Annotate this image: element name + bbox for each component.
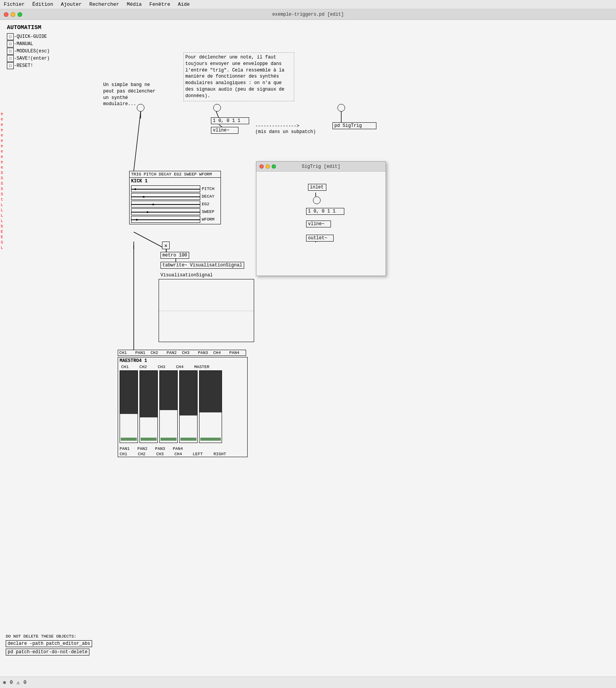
bang-1[interactable]	[137, 104, 144, 112]
menu-edition[interactable]: Édition	[32, 2, 53, 7]
sweep-row: SWEEP	[131, 208, 219, 215]
pan3-label: PAN3	[155, 446, 165, 451]
status-error-count: 0	[10, 680, 13, 685]
pd-sigtrig-box[interactable]: pd SigTrig	[332, 122, 376, 129]
ch3-label: CH3	[158, 365, 165, 369]
subpatch-bang[interactable]	[313, 196, 321, 204]
wform-label: WFORM	[202, 217, 219, 222]
left-label: LEFT	[193, 452, 203, 456]
bang-3[interactable]	[337, 104, 345, 112]
menu-fenetre[interactable]: Fenêtre	[149, 2, 170, 7]
toggle-modules[interactable]: □	[7, 48, 14, 55]
ch1-label: CH1	[121, 365, 129, 369]
metro-toggle[interactable]: ✕	[162, 242, 170, 249]
pan2-label: PAN2	[137, 446, 147, 451]
metro-box[interactable]: metro 100	[160, 252, 189, 259]
sweep-label: SWEEP	[202, 209, 219, 214]
save-label: <--SAVE!(enter)	[8, 56, 50, 61]
toggle-manual[interactable]: □	[7, 41, 14, 47]
eg2-label: EG2	[202, 202, 219, 206]
maximize-button[interactable]	[18, 12, 22, 17]
statusbar: ⊗ 0 ⚠ 0	[0, 677, 616, 688]
ch-bottom-labels: CH1 CH2 CH3 CH4 LEFT RIGHT	[118, 451, 247, 457]
svg-line-5	[134, 112, 141, 171]
sequencer-header: TRIG PITCH DECAY EG2 SWEEP WFORM	[130, 171, 220, 178]
pitch-row: PITCH	[131, 185, 219, 192]
close-button[interactable]	[4, 12, 8, 17]
ch1-bottom: CH1	[120, 452, 127, 456]
bang-2[interactable]	[213, 104, 221, 112]
ch2-label: CH2	[139, 365, 147, 369]
ch4-label: CH4	[176, 365, 183, 369]
left-indicators: e e e e e e e e e e e S S S S S t L L L …	[1, 112, 3, 251]
menu-fichier[interactable]: Fichier	[4, 2, 25, 7]
ch3-fader[interactable]	[159, 370, 178, 443]
ch4-fader[interactable]	[179, 370, 198, 443]
window-controls	[4, 12, 22, 17]
mixer-header-pan4: PAN4	[229, 350, 245, 355]
kick-label: KICK 1	[130, 178, 220, 185]
connections-layer	[0, 20, 616, 677]
subpatch-comment: (mis dans un subpatch)	[255, 129, 316, 135]
pitch-label: PITCH	[202, 187, 219, 191]
status-warning-count: 0	[23, 680, 26, 685]
quick-guide-label: <--QUICK-GUIDE	[8, 34, 47, 39]
vis-display	[159, 279, 254, 342]
inlet-box[interactable]: inlet	[308, 184, 326, 191]
toggle-reset[interactable]: □	[7, 62, 14, 69]
save-row: □ <--SAVE!(enter)	[7, 56, 50, 61]
vline-obj[interactable]: vline~	[211, 127, 238, 134]
subpatch-titlebar: SigTrig [edit]	[256, 162, 386, 172]
modules-row: □ <--MODULES(esc)	[7, 49, 50, 54]
subpatch-max-btn[interactable]	[272, 164, 276, 169]
ch1-fader[interactable]	[120, 370, 138, 443]
ch3-bottom: CH3	[156, 452, 164, 456]
subpatch-vline-msg[interactable]: 1 0, 0 1 1	[306, 208, 344, 215]
ch2-bottom: CH2	[138, 452, 146, 456]
mixer-header: CH1 PAN1 CH2 PAN2 CH3 PAN3 CH4 PAN4	[118, 350, 246, 356]
trig-comment: Pour déclencher une note, il faut toujou…	[183, 52, 294, 101]
channel-labels: CH1 CH2 CH3 CH4 MASTER	[118, 364, 247, 370]
ch4-bottom: CH4	[174, 452, 182, 456]
automatism-title: AUTOMATISM	[7, 24, 50, 31]
automatism-section: AUTOMATISM □ <--QUICK-GUIDE □ <--MANUAL …	[7, 24, 50, 68]
pd-canvas[interactable]: AUTOMATISM □ <--QUICK-GUIDE □ <--MANUAL …	[0, 20, 616, 677]
quick-guide-row: □ <--QUICK-GUIDE	[7, 34, 50, 39]
svg-line-7	[134, 232, 166, 249]
menu-media[interactable]: Média	[127, 2, 142, 7]
ch2-fader[interactable]	[139, 370, 158, 443]
vline-msg-box[interactable]: 1 0, 0 1 1	[211, 117, 249, 124]
pd-patch-editor-box[interactable]: pd patch-editor-do-not-delete	[6, 649, 89, 656]
subpatch-canvas[interactable]: inlet 1 0, 0 1 1 vline~ outlet~	[256, 172, 386, 276]
kick-sequencer: TRIG PITCH DECAY EG2 SWEEP WFORM KICK 1 …	[129, 171, 221, 224]
maestro-panel: MAESTRO4 1 CH1 CH2 CH3 CH4 MASTER	[118, 357, 248, 457]
master-fader[interactable]	[199, 370, 222, 443]
mixer-header-ch1: CH1	[119, 350, 135, 355]
subpatch-close-btn[interactable]	[259, 164, 264, 169]
faders-area	[118, 370, 247, 446]
minimize-button[interactable]	[11, 12, 15, 17]
tabwrite-box[interactable]: tabwrite~ VisualisationSignal	[160, 262, 244, 269]
sigtrig-subpatch: SigTrig [edit] inlet 1 0, 0 1 1 vline~ o…	[256, 161, 386, 276]
pan-labels: PAN1 PAN2 PAN3 PAN4	[118, 446, 247, 451]
toggle-save[interactable]: □	[7, 55, 14, 62]
reset-row: □ <--RESET!	[7, 63, 50, 68]
maestro-title: MAESTRO4 1	[118, 357, 247, 364]
vis-label: VisualisationSignal	[160, 272, 213, 279]
eg2-row: EG2	[131, 201, 219, 208]
subpatch-min-btn[interactable]	[266, 164, 270, 169]
menu-aide[interactable]: Aide	[178, 2, 190, 7]
wform-row: WFORM	[131, 216, 219, 223]
menu-ajouter[interactable]: Ajouter	[61, 2, 82, 7]
menu-rechercher[interactable]: Rechercher	[89, 2, 119, 7]
bottom-objects-section: DO NOT DELETE THESE OBJECTS: declare -pa…	[6, 634, 92, 656]
declare-box[interactable]: declare -path patch_editor_abs	[6, 640, 92, 647]
toggle-quick-guide[interactable]: □	[7, 33, 14, 40]
pan4-label: PAN4	[173, 446, 183, 451]
mixer-header-ch2: CH2	[151, 350, 167, 355]
bang-comment: Un simple bang ne peut pas déclencher un…	[103, 82, 162, 107]
mixer-header-ch3: CH3	[182, 350, 198, 355]
outlet-box[interactable]: outlet~	[306, 235, 334, 242]
decay-row: DECAY	[131, 193, 219, 200]
subpatch-vline[interactable]: vline~	[306, 221, 331, 227]
